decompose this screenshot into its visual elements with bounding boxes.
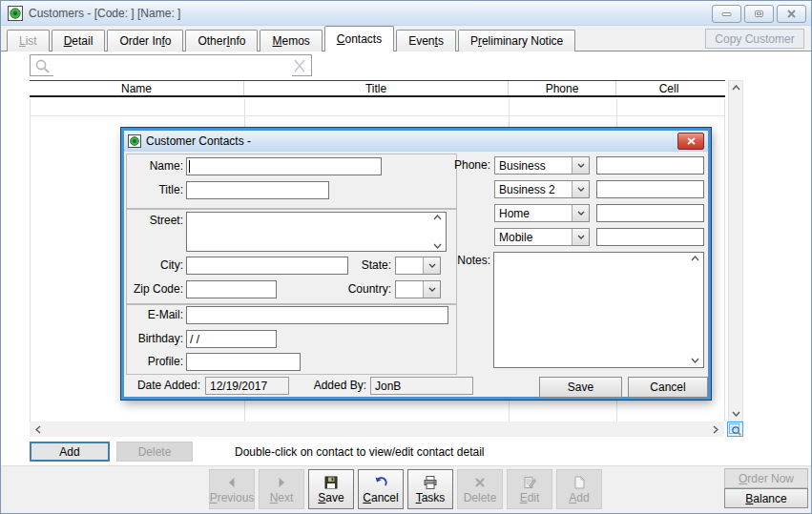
scroll-right-button[interactable]	[709, 422, 722, 436]
combo-arrow-button	[572, 181, 589, 197]
delete-button[interactable]: Delete	[457, 469, 503, 509]
street-field[interactable]	[186, 212, 447, 252]
phone-number-field-2[interactable]	[596, 180, 704, 198]
combo-value: Business	[495, 157, 572, 174]
column-header-phone[interactable]: Phone	[509, 81, 616, 95]
save-button[interactable]: Save	[308, 469, 354, 509]
dialog-app-icon	[128, 134, 141, 148]
close-button[interactable]	[777, 5, 806, 23]
tasks-button[interactable]: Tasks	[407, 469, 453, 509]
combo-arrow-button	[572, 229, 589, 245]
column-header-title[interactable]: Title	[244, 81, 509, 95]
column-header-cell[interactable]: Cell	[616, 81, 721, 95]
combo-value	[396, 257, 423, 274]
chevron-down-icon	[577, 235, 585, 239]
tab-events[interactable]: Events	[396, 30, 456, 51]
tab-detail[interactable]: Detail	[52, 30, 106, 51]
notes-field[interactable]	[493, 252, 704, 368]
tab-order-info[interactable]: Order Info	[107, 30, 183, 51]
contacts-table-header: Name Title Phone Cell	[30, 80, 725, 97]
scroll-left-icon	[35, 425, 41, 434]
add-contact-button[interactable]: Add	[30, 442, 110, 462]
previous-button[interactable]: Previous	[209, 469, 255, 509]
add-page-icon	[572, 475, 587, 490]
name-field[interactable]	[186, 157, 382, 175]
customer-contacts-dialog: Customer Contacts - Name: Title: Street:	[121, 128, 711, 400]
profile-field[interactable]	[186, 353, 301, 371]
zip-field[interactable]	[186, 280, 277, 298]
phone-number-field-3[interactable]	[596, 204, 704, 222]
dialog-save-button[interactable]: Save	[539, 377, 622, 398]
zip-label: Zip Code:	[124, 282, 183, 296]
order-now-button[interactable]: Order Now	[724, 468, 808, 488]
birthday-field[interactable]	[186, 330, 277, 348]
scroll-down-button[interactable]	[729, 407, 742, 421]
tab-preliminary-notice[interactable]: Preliminary Notice	[458, 30, 575, 51]
scroll-right-icon	[713, 425, 718, 434]
app-icon	[8, 6, 23, 21]
column-header-name[interactable]: Name	[30, 81, 244, 95]
scroll-down-icon[interactable]	[691, 358, 699, 363]
balance-button[interactable]: Balance	[724, 488, 808, 508]
email-field[interactable]	[186, 306, 448, 324]
add-button[interactable]: Add	[556, 469, 602, 509]
edit-button[interactable]: Edit	[507, 469, 552, 509]
scroll-left-button[interactable]	[31, 422, 45, 436]
title-field[interactable]	[186, 181, 329, 199]
dialog-close-button[interactable]	[677, 133, 704, 150]
restore-icon	[754, 10, 764, 18]
combo-value	[396, 281, 423, 298]
phone-number-field-4[interactable]	[596, 228, 704, 246]
scroll-up-icon[interactable]	[691, 256, 699, 261]
scroll-up-icon[interactable]	[433, 215, 442, 220]
tab-list[interactable]: List	[7, 30, 50, 51]
dialog-cancel-button[interactable]: Cancel	[628, 377, 708, 398]
edit-icon	[522, 475, 537, 490]
toolbar-button-label: Next	[270, 491, 294, 504]
scroll-up-button[interactable]	[729, 81, 742, 94]
search-input[interactable]	[53, 56, 292, 76]
combo-value: Home	[495, 205, 572, 221]
row-divider	[30, 115, 724, 116]
clear-search-icon[interactable]	[293, 59, 306, 72]
search-box	[30, 54, 312, 76]
combo-value: Mobile	[495, 229, 572, 245]
dialog-title: Customer Contacts -	[146, 134, 251, 148]
phone-number-field-1[interactable]	[596, 156, 704, 175]
next-icon	[274, 475, 289, 490]
copy-customer-button[interactable]: Copy Customer	[705, 29, 804, 49]
scroll-down-icon[interactable]	[433, 243, 442, 249]
delete-icon	[472, 475, 488, 490]
close-icon	[786, 10, 797, 18]
table-vertical-scrollbar[interactable]	[728, 80, 743, 421]
column-divider	[30, 99, 31, 421]
phone-type-select-1[interactable]: Business	[494, 156, 590, 175]
chevron-down-icon	[577, 211, 585, 216]
chevron-down-icon	[577, 187, 585, 192]
next-button[interactable]: Next	[259, 469, 304, 509]
window-titlebar[interactable]: Customers - [Code: ] [Name: ]	[1, 1, 811, 26]
tab-other-info[interactable]: Other Info	[185, 30, 258, 51]
toolbar-button-label: Delete	[464, 491, 497, 504]
phone-type-select-4[interactable]: Mobile	[494, 228, 590, 246]
delete-contact-button[interactable]: Delete	[116, 442, 193, 462]
cancel-button[interactable]: Cancel	[358, 469, 404, 509]
restore-button[interactable]	[744, 5, 774, 23]
minimize-button[interactable]	[712, 5, 741, 23]
phone-type-select-2[interactable]: Business 2	[494, 180, 590, 198]
combo-value: Business 2	[495, 181, 572, 197]
country-select[interactable]	[395, 280, 441, 298]
table-horizontal-scrollbar[interactable]	[30, 421, 724, 437]
dialog-titlebar[interactable]: Customer Contacts -	[124, 131, 708, 152]
zoom-grid-button[interactable]	[727, 421, 743, 437]
window-controls	[712, 5, 806, 23]
zoom-grid-icon	[729, 423, 741, 436]
tab-memos[interactable]: Memos	[260, 30, 322, 51]
toolbar-button-label: Cancel	[363, 491, 398, 504]
tab-contacts[interactable]: Contacts	[324, 26, 394, 51]
text-caret	[189, 160, 190, 173]
date-added-value: 12/19/2017	[205, 377, 289, 395]
chevron-down-icon	[577, 163, 585, 168]
toolbar-button-label: Edit	[520, 491, 540, 504]
phone-type-select-3[interactable]: Home	[494, 204, 590, 222]
